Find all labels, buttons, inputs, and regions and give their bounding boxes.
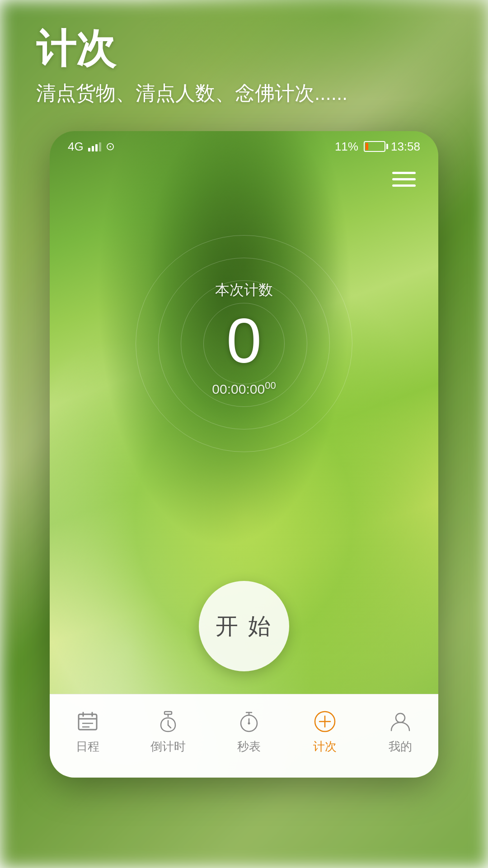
bottom-nav: 日程 倒计时 [50, 694, 438, 778]
battery-percent: 11% [335, 140, 358, 154]
nav-label-stopwatch: 秒表 [237, 739, 261, 755]
schedule-icon [75, 709, 100, 734]
nav-label-counter: 计次 [313, 739, 337, 755]
clock-time: 13:58 [391, 140, 420, 154]
nav-item-stopwatch[interactable]: 秒表 [223, 704, 275, 759]
counter-nav-icon [312, 709, 338, 734]
counter-number: 0 [50, 309, 438, 373]
start-button[interactable]: 开 始 [199, 581, 289, 671]
person-icon [388, 709, 413, 734]
top-text-area: 计次 清点货物、清点人数、念佛计次...... [36, 27, 347, 107]
nav-label-mine: 我的 [389, 739, 412, 755]
counter-time-main: 00:00:00 [212, 382, 265, 396]
status-left: 4G ⊙ [68, 140, 115, 154]
svg-rect-6 [164, 712, 172, 714]
network-type: 4G [68, 140, 84, 154]
status-bar: 4G ⊙ 11% 13:58 [50, 131, 438, 162]
nav-item-schedule[interactable]: 日程 [61, 704, 114, 759]
phone-frame: 4G ⊙ 11% 13:58 [50, 131, 438, 778]
start-button-label: 开 始 [216, 611, 272, 642]
hamburger-icon [392, 172, 416, 187]
svg-point-18 [396, 713, 405, 722]
page-title: 计次 [36, 27, 347, 71]
battery-icon [364, 141, 385, 152]
nav-item-mine[interactable]: 我的 [374, 704, 427, 759]
nav-item-counter[interactable]: 计次 [299, 704, 351, 759]
nav-item-countdown[interactable]: 倒计时 [137, 704, 199, 759]
status-right: 11% 13:58 [335, 140, 420, 154]
countdown-icon [155, 709, 181, 734]
counter-label: 本次计数 [50, 280, 438, 300]
wifi-icon: ⊙ [106, 140, 115, 153]
svg-point-14 [248, 722, 250, 724]
page-subtitle: 清点货物、清点人数、念佛计次...... [36, 80, 347, 107]
signal-bars-icon [88, 142, 101, 151]
counter-time: 00:00:0000 [50, 380, 438, 397]
nav-label-schedule: 日程 [76, 739, 99, 755]
counter-area: 本次计数 0 00:00:0000 [50, 280, 438, 397]
nav-label-countdown: 倒计时 [150, 739, 186, 755]
menu-button[interactable] [388, 167, 420, 191]
counter-time-small: 00 [265, 380, 276, 391]
stopwatch-icon [236, 709, 262, 734]
svg-line-9 [168, 725, 171, 728]
